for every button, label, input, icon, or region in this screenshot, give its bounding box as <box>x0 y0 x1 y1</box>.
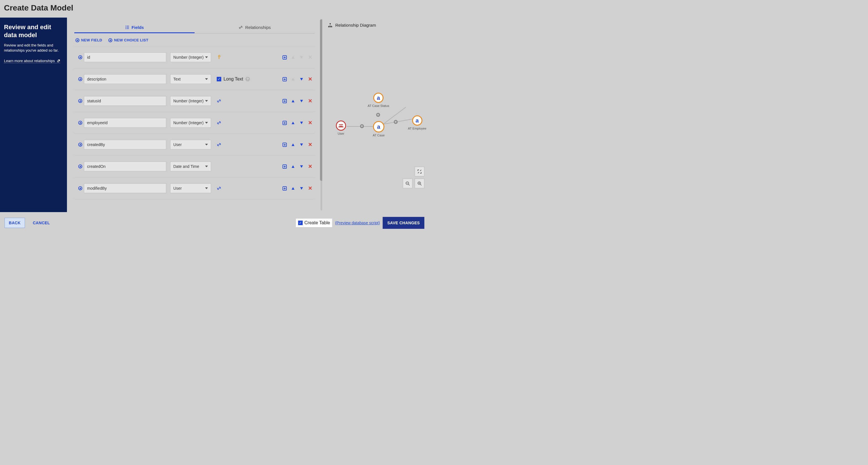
learn-relationships-link[interactable]: Learn more about relationships <box>4 59 60 63</box>
arrow-up-icon <box>291 56 294 59</box>
move-down-button[interactable] <box>299 98 304 103</box>
add-field-above-button[interactable] <box>76 99 84 103</box>
save-changes-button[interactable]: SAVE CHANGES <box>383 217 424 229</box>
checkbox-checked-icon[interactable]: ✓ <box>217 77 221 81</box>
field-type-select[interactable]: User <box>170 140 211 150</box>
delete-button[interactable]: ✕ <box>308 98 313 103</box>
move-down-button[interactable] <box>299 76 304 82</box>
add-field-above-button[interactable] <box>76 186 84 190</box>
duplicate-button[interactable] <box>282 186 287 191</box>
relationship-link-icon[interactable] <box>217 142 221 147</box>
duplicate-button[interactable] <box>282 120 287 125</box>
zoom-in-button[interactable] <box>415 179 424 188</box>
delete-button[interactable]: ✕ <box>308 164 313 169</box>
node-user-label: User <box>338 132 344 135</box>
cancel-button[interactable]: CANCEL <box>29 218 54 228</box>
duplicate-button[interactable] <box>282 164 287 169</box>
node-case[interactable]: a <box>373 121 384 132</box>
plus-circle-icon <box>75 38 80 42</box>
field-name-input[interactable] <box>84 74 166 84</box>
move-up-button <box>290 55 296 60</box>
field-type-value: Number (Integer) <box>173 55 204 60</box>
relationship-link-icon[interactable] <box>217 186 221 191</box>
delete-button[interactable]: ✕ <box>308 76 313 82</box>
move-up-button[interactable] <box>290 142 296 147</box>
field-type-select[interactable]: Number (Integer) <box>170 53 211 62</box>
preview-database-script-link[interactable]: (Preview database script) <box>335 221 380 225</box>
move-up-button <box>290 76 296 82</box>
arrow-up-icon <box>291 122 294 124</box>
node-user[interactable] <box>336 121 346 131</box>
field-type-select[interactable]: Number (Integer) <box>170 96 211 106</box>
delete-button[interactable]: ✕ <box>308 142 313 147</box>
add-field-above-button[interactable] <box>76 164 84 168</box>
field-name-input[interactable] <box>84 96 166 106</box>
relationship-diagram-heading: Relationship Diagram <box>335 23 376 28</box>
add-field-above-button[interactable] <box>76 55 84 59</box>
add-field-above-button[interactable] <box>76 143 84 146</box>
move-up-button[interactable] <box>290 98 296 103</box>
caret-down-icon <box>205 100 208 102</box>
duplicate-button[interactable] <box>282 55 287 60</box>
x-icon: ✕ <box>308 141 312 148</box>
node-employee[interactable]: a <box>412 115 422 126</box>
scrollbar[interactable] <box>320 18 322 212</box>
move-up-button[interactable] <box>290 120 296 125</box>
new-choice-list-button[interactable]: NEW CHOICE LIST <box>108 38 148 42</box>
move-down-button[interactable] <box>299 186 304 191</box>
add-field-above-button[interactable] <box>76 121 84 125</box>
back-button[interactable]: BACK <box>4 218 25 228</box>
field-name-input[interactable] <box>84 140 166 150</box>
field-name-input[interactable] <box>84 162 166 171</box>
caret-down-icon <box>205 188 208 189</box>
field-row: Text✓Long Text?✕ <box>74 68 315 90</box>
move-up-button[interactable] <box>290 164 296 169</box>
field-type-select[interactable]: User <box>170 184 211 193</box>
field-name-input[interactable] <box>84 118 166 128</box>
svg-rect-5 <box>126 28 129 29</box>
field-type-value: Text <box>173 77 181 81</box>
help-icon[interactable]: ? <box>245 77 250 81</box>
create-table-checkbox[interactable]: ✓ Create Table <box>296 219 332 227</box>
move-up-button[interactable] <box>290 186 296 191</box>
svg-rect-12 <box>330 26 331 27</box>
field-type-select[interactable]: Text <box>170 74 211 84</box>
duplicate-button[interactable] <box>282 98 287 103</box>
relationship-link-icon[interactable] <box>217 99 221 103</box>
svg-rect-1 <box>126 26 129 26</box>
zoom-fit-button[interactable] <box>415 167 424 176</box>
right-panel: Relationship Diagram ✲ ✲ ✲ a AT Case Sta… <box>322 18 429 212</box>
field-type-value: Number (Integer) <box>173 99 204 103</box>
plus-circle-icon <box>78 121 82 125</box>
center-panel: Fields Relationships NEW FIELD <box>67 18 322 212</box>
field-row: Date and Time✕ <box>74 155 315 177</box>
delete-button[interactable]: ✕ <box>308 186 313 191</box>
field-row: Number (Integer)✕ <box>74 112 315 134</box>
relationship-diagram[interactable]: ✲ ✲ ✲ a AT Case Status a AT Employee <box>328 30 424 189</box>
tab-relationships[interactable]: Relationships <box>194 22 315 33</box>
arrow-down-icon <box>300 100 303 102</box>
delete-button[interactable]: ✕ <box>308 120 313 125</box>
plus-square-icon <box>282 99 287 103</box>
new-field-button[interactable]: NEW FIELD <box>75 38 102 42</box>
zoom-out-button[interactable] <box>403 179 412 188</box>
move-down-button[interactable] <box>299 164 304 169</box>
add-field-above-button[interactable] <box>76 77 84 81</box>
tab-fields[interactable]: Fields <box>74 22 194 33</box>
plus-square-icon <box>282 164 287 169</box>
field-type-select[interactable]: Date and Time <box>170 162 211 171</box>
node-case-status-label: AT Case Status <box>368 104 389 107</box>
x-icon: ✕ <box>308 163 312 170</box>
x-icon: ✕ <box>308 76 312 82</box>
x-icon: ✕ <box>308 54 312 60</box>
field-name-input[interactable] <box>84 184 166 193</box>
duplicate-button[interactable] <box>282 142 287 147</box>
arrow-up-icon <box>291 187 294 190</box>
field-name-input[interactable] <box>84 53 166 62</box>
move-down-button[interactable] <box>299 142 304 147</box>
node-case-status[interactable]: a <box>373 93 383 103</box>
move-down-button[interactable] <box>299 120 304 125</box>
relationship-link-icon[interactable] <box>217 121 221 125</box>
duplicate-button[interactable] <box>282 76 287 82</box>
field-type-select[interactable]: Number (Integer) <box>170 118 211 128</box>
